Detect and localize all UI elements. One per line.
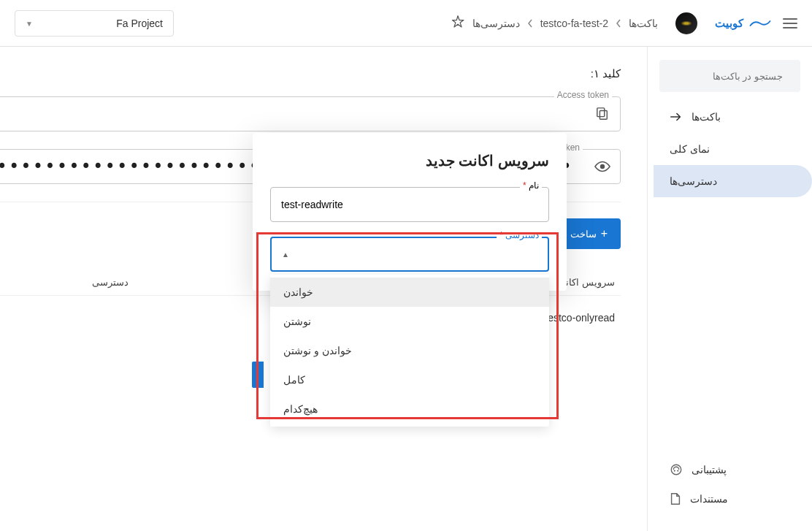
sidebar-item-docs[interactable]: مستندات: [654, 484, 812, 513]
menu-icon[interactable]: [783, 18, 797, 28]
access-token-field: Access token HSNYBST24B1JR0L629CE: [0, 96, 621, 131]
project-name: Fa Project: [116, 18, 163, 29]
name-label: نام *: [520, 180, 542, 191]
copy-button[interactable]: [585, 96, 620, 131]
svg-point-4: [677, 470, 678, 471]
svg-point-3: [674, 470, 675, 471]
modal-title: سرویس اکانت جدید: [270, 152, 549, 169]
chevron-left-icon: [616, 18, 621, 28]
support-icon: [670, 463, 683, 476]
dropdown-option-read[interactable]: خواندن: [270, 278, 549, 307]
access-dropdown: دسترسی * ▲ خواندن نوشتن خواندن و نوشتن ک…: [270, 237, 549, 272]
access-select[interactable]: ▲: [270, 237, 549, 272]
sidebar-item-support[interactable]: پشتیبانی: [654, 455, 812, 484]
dropdown-option-readwrite[interactable]: خواندن و نوشتن: [270, 336, 549, 365]
dropdown-option-none[interactable]: هیچ‌کدام: [270, 394, 549, 424]
sidebar-item-access[interactable]: دسترسی‌ها: [654, 165, 812, 197]
chevron-left-icon: [527, 18, 533, 28]
plus-icon: +: [601, 227, 608, 240]
sidebar-item-overview[interactable]: نمای کلی: [654, 133, 812, 165]
sidebar-item-label: دسترسی‌ها: [670, 175, 717, 187]
sidebar-search[interactable]: [659, 60, 800, 92]
search-input[interactable]: [660, 71, 783, 82]
name-field: نام *: [270, 187, 549, 222]
avatar[interactable]: [675, 12, 697, 34]
col-access: دسترسی: [0, 277, 278, 288]
sidebar: باکت‌ها نمای کلی دسترسی‌ها پشتیبانی مستن…: [647, 47, 812, 531]
caret-down-icon: ▼: [26, 20, 33, 28]
sidebar-item-label: پشتیبانی: [692, 464, 727, 475]
key-title: کلید ۱:: [0, 67, 621, 80]
sidebar-item-buckets[interactable]: باکت‌ها: [654, 101, 812, 133]
svg-rect-5: [600, 111, 607, 120]
breadcrumb-current: دسترسی‌ها: [472, 18, 520, 29]
sidebar-item-label: نمای کلی: [670, 143, 710, 155]
dropdown-menu: خواندن نوشتن خواندن و نوشتن کامل هیچ‌کدا…: [270, 275, 549, 427]
svg-rect-6: [597, 108, 605, 117]
project-selector[interactable]: ▼ Fa Project: [15, 10, 174, 37]
breadcrumb: باکت‌ها testco-fa-test-2 دسترسی‌ها: [451, 15, 658, 31]
access-label: دسترسی *: [497, 230, 542, 240]
modal-action-strip: [252, 362, 264, 388]
dropdown-option-write[interactable]: نوشتن: [270, 307, 549, 336]
breadcrumb-root[interactable]: باکت‌ها: [629, 18, 658, 29]
star-icon[interactable]: [451, 15, 465, 31]
cell-access: tes: [0, 312, 278, 324]
access-token-value: HSNYBST24B1JR0L629CE: [0, 108, 585, 120]
new-service-account-modal: سرویس اکانت جدید نام * دسترسی * ▲ خواندن…: [253, 133, 567, 291]
wave-icon: [749, 18, 771, 29]
dropdown-option-full[interactable]: کامل: [270, 365, 549, 394]
topbar: کوبیت باکت‌ها testco-fa-test-2 دسترسی‌ها…: [0, 0, 812, 47]
svg-point-7: [600, 164, 605, 169]
arrow-right-icon: [670, 112, 683, 122]
access-token-label: Access token: [554, 90, 612, 100]
brand-name: کوبیت: [715, 17, 743, 30]
svg-point-2: [671, 465, 681, 475]
caret-up-icon: ▲: [282, 251, 289, 259]
logo[interactable]: کوبیت: [715, 17, 771, 30]
document-icon: [670, 492, 681, 505]
name-input[interactable]: [270, 187, 549, 222]
eye-button[interactable]: [585, 149, 620, 184]
breadcrumb-bucket[interactable]: testco-fa-test-2: [540, 18, 608, 29]
sidebar-item-label: مستندات: [690, 493, 728, 505]
sidebar-item-label: باکت‌ها: [692, 111, 721, 123]
